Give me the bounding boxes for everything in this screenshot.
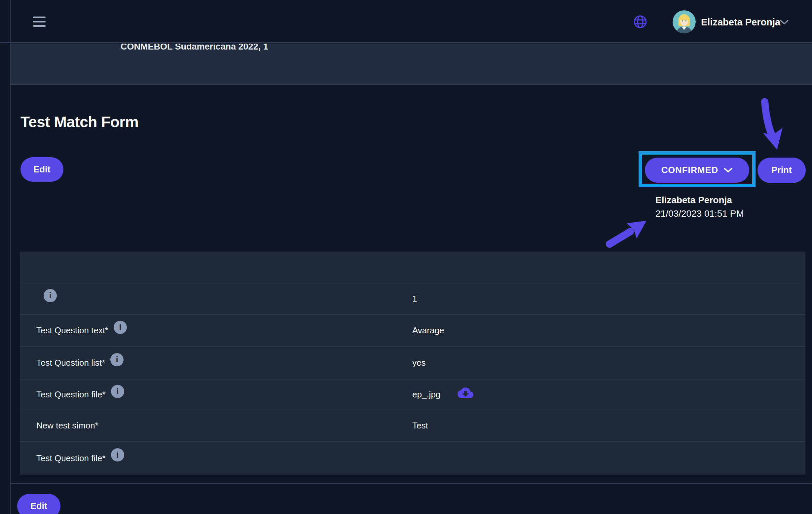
footer-divider: [10, 483, 812, 484]
answer-cell: ep_.jpg: [412, 388, 473, 401]
question-label: Test Question file*: [36, 390, 106, 400]
confirmed-timestamp: 21/03/2023 01:51 PM: [656, 208, 744, 219]
tournament-title: CONMEBOL Sudamericana 2022, 1: [121, 44, 268, 52]
annotation-arrow-timestamp: [609, 221, 646, 244]
answer-value: Avarage: [412, 325, 444, 336]
info-icon[interactable]: i: [110, 353, 123, 366]
question-label: New test simon*: [36, 421, 98, 431]
info-icon[interactable]: i: [111, 448, 124, 461]
answer-cell: 1: [412, 294, 417, 304]
table-row: Test Question file*iep_.jpg: [20, 379, 805, 409]
annotation-arrow-print: [763, 102, 783, 150]
user-avatar[interactable]: [673, 10, 696, 33]
top-navbar: Elizabeta Peronja: [0, 0, 812, 43]
page-title: Test Match Form: [21, 113, 138, 131]
left-divider: [10, 0, 10, 514]
app-window: Elizabeta Peronja CONMEBOL Sudamericana …: [0, 0, 812, 514]
answer-cell: yes: [412, 358, 426, 368]
status-label: CONFIRMED: [661, 165, 719, 175]
question-label: Test Question file*: [36, 453, 106, 463]
edit-button[interactable]: Edit: [21, 157, 63, 182]
form-table: i1Test Question text*iAvarageTest Questi…: [20, 252, 805, 475]
chevron-down-icon: [723, 167, 733, 173]
status-dropdown-button[interactable]: CONFIRMED: [645, 158, 749, 183]
table-row: New test simon*Test: [20, 409, 805, 441]
context-bar: CONMEBOL Sudamericana 2022, 1: [10, 44, 812, 85]
table-row: Test Question text*iAvarage: [20, 314, 805, 346]
answer-value: yes: [412, 358, 426, 368]
download-cloud-icon[interactable]: [458, 386, 473, 399]
info-icon[interactable]: i: [114, 321, 127, 334]
answer-cell: Test: [412, 421, 428, 431]
confirmed-by-name: Elizabeta Peronja: [656, 195, 732, 205]
info-icon[interactable]: i: [44, 289, 57, 302]
table-row: Test Question file*i: [20, 441, 805, 475]
avatar-illustration: [673, 10, 696, 33]
question-label: Test Question list*: [36, 358, 105, 368]
info-icon[interactable]: i: [111, 385, 124, 398]
answer-value: 1: [412, 294, 417, 304]
language-globe-icon[interactable]: [633, 14, 648, 29]
chevron-down-icon[interactable]: [780, 19, 789, 25]
table-row: i1: [20, 283, 805, 314]
answer-value: Test: [412, 421, 428, 431]
answer-value: ep_.jpg: [412, 390, 440, 400]
user-menu-name[interactable]: Elizabeta Peronja: [701, 17, 780, 28]
answer-cell: Avarage: [412, 325, 444, 336]
question-label: Test Question text*: [36, 325, 108, 336]
print-button[interactable]: Print: [757, 158, 806, 183]
footer-edit-button[interactable]: Edit: [17, 494, 60, 514]
table-row: [20, 252, 805, 283]
menu-hamburger-icon[interactable]: [33, 17, 46, 27]
table-row: Test Question list*iyes: [20, 346, 805, 379]
